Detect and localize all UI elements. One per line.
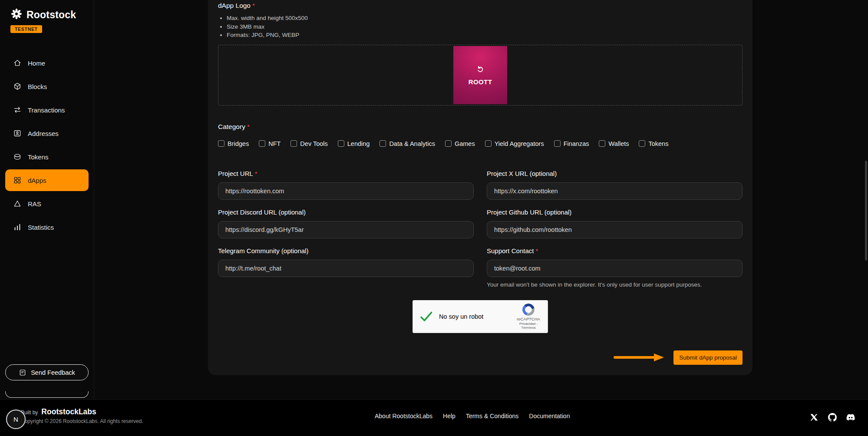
checkbox-label: Tokens [648,140,668,147]
checkbox-label: Lending [347,140,370,147]
category-checkbox-bridges[interactable]: Bridges [218,140,249,147]
recaptcha-widget[interactable]: No soy un robot reCAPTCHA Privacidad - T… [413,300,548,333]
submit-dapp-proposal-button[interactable]: Submit dApp proposal [673,350,743,365]
cube-icon [13,82,22,91]
footer-social-icons [810,413,855,422]
checkbox-label: Bridges [228,140,249,147]
sidebar-item-label: Transactions [28,106,65,114]
field-label: Telegram Community (optional) [218,247,474,254]
checkbox[interactable] [445,140,452,147]
category-checkbox-wallets[interactable]: Wallets [599,140,629,147]
field-project-url: Project URL* [218,170,474,200]
logo-rule: Max. width and height 500x500 [227,14,743,23]
checkbox[interactable] [218,140,224,147]
avatar-badge[interactable]: N [6,410,26,429]
sidebar-item-blocks[interactable]: Blocks [0,75,94,98]
category-options-row: Bridges NFT Dev Tools Lending Data & Ana… [218,140,743,147]
sidebar-nav: Home Blocks Transactions Addresses Token… [0,51,94,239]
project-github-url-input[interactable] [487,221,743,238]
recaptcha-links[interactable]: Privacidad - Términos [515,322,542,330]
checkbox[interactable] [599,140,605,147]
submit-row: Submit dApp proposal [218,350,743,365]
sidebar-item-home[interactable]: Home [0,51,94,75]
recaptcha-brand-label: reCAPTCHA [515,317,542,321]
recaptcha-logo-icon [522,304,535,316]
logo-rule: Size 3MB max [227,23,743,31]
captcha-checkmark-icon [419,310,433,324]
category-checkbox-finanzas[interactable]: Finanzas [554,140,589,147]
project-x-url-input[interactable] [487,182,743,200]
footer-link-help[interactable]: Help [443,413,455,419]
footer-links: About RootstockLabs Help Terms & Conditi… [375,413,570,419]
brand-name: Rootstock [26,9,76,21]
field-project-x-url: Project X URL (optional) [487,170,743,200]
home-icon [13,59,22,67]
checkbox[interactable] [290,140,297,147]
field-label: Project X URL (optional) [487,170,743,177]
field-label: Support Contact* [487,247,743,254]
checkbox[interactable] [639,140,645,147]
footer-link-terms[interactable]: Terms & Conditions [466,413,518,419]
discord-icon[interactable] [846,413,855,422]
checkbox-label: Data & Analytics [389,140,435,147]
bar-chart-icon [13,223,22,231]
sidebar-item-ras[interactable]: RAS [0,192,94,215]
copyright-text: Copyright © 2026 RootstockLabs. All righ… [21,418,143,424]
support-contact-input[interactable] [487,260,743,277]
checkbox-label: Finanzas [564,140,589,147]
logo-rules-list: Max. width and height 500x500 Size 3MB m… [218,14,743,40]
sidebar-item-label: RAS [28,200,41,208]
telegram-community-input[interactable] [218,260,474,277]
category-checkbox-lending[interactable]: Lending [338,140,370,147]
url-fields-grid: Project URL* Project X URL (optional) Pr… [218,170,743,288]
logo-rule: Formats: JPG, PNG, WEBP [227,31,743,40]
x-icon[interactable] [810,413,818,422]
field-project-discord-url: Project Discord URL (optional) [218,208,474,238]
category-checkbox-nft[interactable]: NFT [259,140,281,147]
logo-dropzone[interactable]: ROOTT [218,45,743,106]
sidebar-item-dapps[interactable]: dApps [5,169,89,191]
footer: N Built by RootstockLabs Copyright © 202… [0,400,868,436]
checkbox[interactable] [554,140,561,147]
send-feedback-button[interactable]: Send Feedback [5,364,89,380]
dapp-logo-label: dApp Logo* [218,2,743,10]
sidebar-item-addresses[interactable]: Addresses [0,122,94,145]
dapp-proposal-form-card: dApp Logo* Max. width and height 500x500… [208,0,752,375]
required-asterisk: * [247,123,250,130]
checkbox-label: Dev Tools [300,140,327,147]
checkbox[interactable] [380,140,386,147]
checkbox-label: NFT [268,140,281,147]
footer-link-documentation[interactable]: Documentation [529,413,570,419]
field-label: Project Github URL (optional) [487,208,743,216]
checkbox[interactable] [485,140,492,147]
project-discord-url-input[interactable] [218,221,474,238]
field-support-contact: Support Contact* Your email won't be sho… [487,247,743,288]
sidebar-item-statistics[interactable]: Statistics [0,215,94,239]
footer-brand: RootstockLabs [41,407,96,416]
category-checkbox-tokens[interactable]: Tokens [639,140,668,147]
swap-arrows-icon [13,106,22,114]
sidebar-item-label: dApps [28,177,46,184]
footer-link-about[interactable]: About RootstockLabs [375,413,432,419]
checkbox-label: Games [455,140,475,147]
required-asterisk: * [252,2,255,9]
field-project-github-url: Project Github URL (optional) [487,208,743,238]
apps-grid-icon [13,176,22,185]
category-checkbox-data-analytics[interactable]: Data & Analytics [380,140,435,147]
rootstock-logo-icon [10,8,23,22]
github-icon[interactable] [828,413,837,422]
checkbox[interactable] [338,140,344,147]
project-url-input[interactable] [218,182,474,200]
required-asterisk: * [255,170,257,177]
scrollbar-thumb[interactable] [865,161,867,261]
category-checkbox-games[interactable]: Games [445,140,475,147]
triangle-icon [13,199,22,208]
category-checkbox-yield-aggregators[interactable]: Yield Aggregators [485,140,544,147]
refresh-image-icon [475,64,485,75]
category-checkbox-dev-tools[interactable]: Dev Tools [290,140,327,147]
checkbox-label: Yield Aggregators [495,140,544,147]
checkbox[interactable] [259,140,265,147]
logo-preview-tile[interactable]: ROOTT [453,46,507,104]
sidebar-item-transactions[interactable]: Transactions [0,98,94,122]
sidebar-item-tokens[interactable]: Tokens [0,145,94,168]
